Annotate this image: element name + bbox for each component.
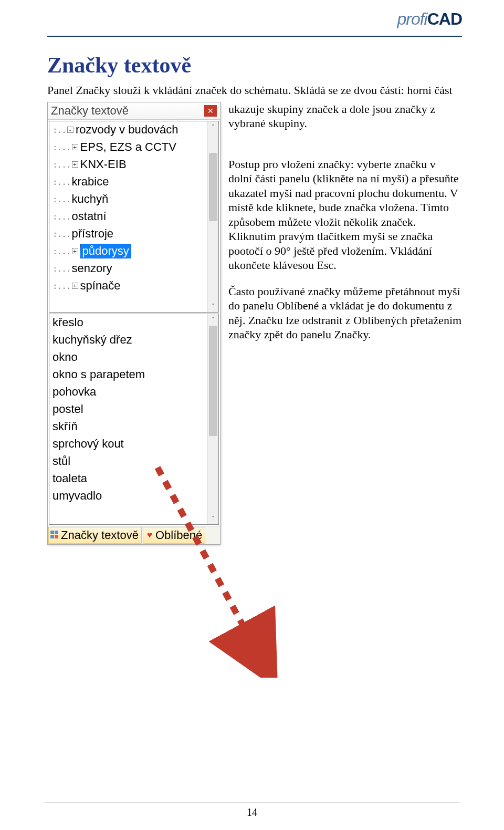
page-number: 14 — [45, 803, 459, 818]
tree-label: senzory — [72, 262, 112, 275]
tab-favorites[interactable]: ♥ Oblíbené — [143, 527, 205, 544]
header-rule — [47, 36, 462, 37]
tree-item[interactable]: :...+spínače — [51, 277, 207, 295]
panel-tabs: Značky textově ♥ Oblíbené — [48, 526, 220, 544]
heart-icon: ♥ — [145, 531, 154, 540]
expand-icon[interactable]: + — [72, 283, 78, 289]
tree-item[interactable]: :...+EPS, EZS a CCTV — [51, 139, 207, 156]
scroll-down-icon[interactable]: ˅ — [208, 301, 218, 312]
expand-icon[interactable]: + — [72, 144, 78, 150]
tree-item[interactable]: :...senzory — [51, 260, 207, 277]
tree-line-icon: :... — [52, 160, 71, 170]
tree-label: rozvody v budovách — [76, 123, 178, 137]
panel-titlebar: Značky textově ✕ — [48, 102, 220, 120]
tab-label: Oblíbené — [155, 528, 202, 542]
tree-label: přístroje — [72, 227, 113, 241]
symbol-list[interactable]: křeslokuchyňský dřezoknookno s parapetem… — [49, 314, 219, 525]
expand-icon[interactable]: + — [72, 248, 78, 254]
scroll-up-icon[interactable]: ˄ — [208, 314, 218, 325]
tree-line-icon: :... — [52, 246, 71, 256]
page-title: Značky textově — [47, 53, 462, 78]
scroll-thumb[interactable] — [209, 153, 217, 221]
category-tree[interactable]: :..-rozvody v budovách:...+EPS, EZS a CC… — [49, 121, 219, 313]
tree-label: krabice — [72, 175, 109, 189]
tree-label: KNX-EIB — [80, 158, 127, 171]
tree-line-icon: :... — [52, 212, 71, 222]
tree-line-icon: :... — [52, 281, 71, 291]
collapse-icon[interactable]: - — [67, 127, 74, 133]
list-scrollbar[interactable]: ˄ ˅ — [207, 314, 218, 524]
list-item[interactable]: toaleta — [51, 470, 207, 487]
tree-label: ostatní — [72, 210, 107, 223]
list-item[interactable]: okno — [51, 349, 207, 366]
tree-label: spínače — [80, 279, 121, 293]
paragraph-2: Často používané značky můžeme přetáhnout… — [228, 284, 462, 342]
brand-logo: profiCAD — [397, 9, 462, 29]
tree-line-icon: :... — [52, 194, 71, 204]
tree-item[interactable]: :...ostatní — [51, 208, 207, 225]
list-item[interactable]: postel — [51, 401, 207, 418]
tree-label: půdorysy — [80, 244, 131, 258]
tree-item[interactable]: :...+KNX-EIB — [51, 156, 207, 173]
list-item[interactable]: okno s parapetem — [51, 366, 207, 383]
paragraph-1: Postup pro vložení značky: vyberte značk… — [228, 157, 462, 273]
tree-scrollbar[interactable]: ˄ ˅ — [207, 121, 218, 312]
scroll-thumb[interactable] — [209, 326, 217, 436]
logo-part1: profi — [397, 9, 427, 28]
list-item[interactable]: pohovka — [51, 383, 207, 401]
list-item[interactable]: kuchyňský dřez — [51, 331, 207, 349]
body-text: ukazuje skupiny značek a dole jsou značk… — [228, 102, 462, 354]
tree-item[interactable]: :...přístroje — [51, 225, 207, 243]
intro-line: Panel Značky slouží k vkládání značek do… — [47, 83, 462, 98]
tree-item[interactable]: :..-rozvody v budovách — [51, 121, 207, 139]
tab-symbols-text[interactable]: Značky textově — [48, 527, 142, 544]
tree-label: kuchyň — [72, 192, 109, 206]
tree-line-icon: :... — [52, 142, 71, 152]
tree-line-icon: :.. — [52, 125, 66, 135]
tree-label: EPS, EZS a CCTV — [80, 140, 176, 154]
close-icon[interactable]: ✕ — [204, 105, 217, 117]
tree-item[interactable]: :...kuchyň — [51, 191, 207, 208]
tree-item[interactable]: :...krabice — [51, 173, 207, 191]
scroll-down-icon[interactable]: ˅ — [208, 513, 218, 524]
list-item[interactable]: sprchový kout — [51, 435, 207, 453]
logo-part2: CAD — [427, 9, 462, 28]
scroll-up-icon[interactable]: ˄ — [208, 121, 218, 132]
thumbnails-icon — [50, 531, 60, 540]
list-item[interactable]: stůl — [51, 453, 207, 470]
tree-line-icon: :... — [52, 229, 71, 239]
list-item[interactable]: křeslo — [51, 314, 207, 331]
symbols-panel: Značky textově ✕ :..-rozvody v budovách:… — [47, 102, 220, 545]
expand-icon[interactable]: + — [72, 161, 78, 168]
tab-label: Značky textově — [61, 528, 139, 542]
tree-line-icon: :... — [52, 264, 71, 274]
tree-line-icon: :... — [52, 177, 71, 187]
panel-title-text: Značky textově — [51, 104, 204, 118]
tree-item[interactable]: :...+půdorysy — [51, 243, 207, 260]
intro-continuation: ukazuje skupiny značek a dole jsou značk… — [228, 102, 462, 131]
list-item[interactable]: umyvadlo — [51, 487, 207, 505]
list-item[interactable]: skříň — [51, 418, 207, 435]
